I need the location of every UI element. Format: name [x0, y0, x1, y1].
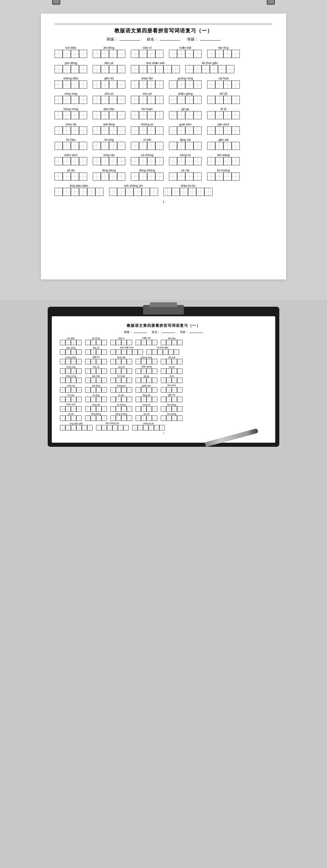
char-box-2-1-0[interactable]: [93, 80, 101, 89]
char-box-9-0-1[interactable]: [63, 188, 71, 196]
char-box-8-3-2[interactable]: [185, 172, 193, 181]
char-box-2-2-1[interactable]: [139, 80, 147, 89]
char-box-0-3-2[interactable]: [185, 50, 193, 58]
char-box-9-1-3[interactable]: [134, 188, 142, 196]
char-box-4-2-0[interactable]: [110, 378, 116, 383]
char-box-1-1-1[interactable]: [101, 65, 109, 73]
char-box-5-4-1[interactable]: [166, 387, 172, 393]
char-box-2-4-2[interactable]: [172, 359, 177, 364]
char-box-6-1-0[interactable]: [93, 142, 101, 150]
char-box-8-1-1[interactable]: [91, 415, 96, 421]
char-box-0-0-2[interactable]: [71, 50, 79, 58]
char-box-9-0-3[interactable]: [76, 425, 82, 430]
char-box-4-1-0[interactable]: [85, 378, 91, 383]
char-box-4-1-1[interactable]: [91, 378, 96, 383]
char-box-8-3-1[interactable]: [141, 415, 146, 421]
char-box-6-1-3[interactable]: [102, 397, 107, 402]
char-box-6-0-3[interactable]: [76, 397, 82, 402]
char-box-6-0-2[interactable]: [71, 142, 79, 150]
char-box-5-4-2[interactable]: [172, 387, 177, 393]
char-box-5-1-0[interactable]: [85, 387, 91, 393]
char-box-4-0-2[interactable]: [71, 111, 79, 119]
char-box-3-2-3[interactable]: [127, 368, 132, 374]
char-box-9-0-0[interactable]: [54, 188, 63, 196]
char-box-3-0-3[interactable]: [76, 368, 82, 374]
char-box-1-0-2[interactable]: [71, 65, 79, 73]
char-box-5-3-0[interactable]: [169, 126, 177, 135]
char-box-5-3-2[interactable]: [146, 387, 152, 393]
char-box-4-2-2[interactable]: [147, 111, 155, 119]
char-box-1-3-3[interactable]: [210, 65, 218, 73]
char-box-1-3-4[interactable]: [218, 65, 226, 73]
char-box-0-1-3[interactable]: [117, 50, 125, 58]
char-box-7-3-3[interactable]: [152, 406, 157, 412]
char-box-7-3-1[interactable]: [141, 406, 146, 412]
char-box-6-1-2[interactable]: [109, 142, 117, 150]
char-box-1-2-0[interactable]: [110, 349, 116, 355]
char-box-4-0-0[interactable]: [54, 111, 63, 119]
char-box-3-2-3[interactable]: [155, 96, 164, 104]
char-box-0-0-3[interactable]: [79, 50, 87, 58]
char-box-9-0-3[interactable]: [79, 188, 87, 196]
char-box-0-4-2[interactable]: [172, 340, 177, 345]
char-box-7-1-1[interactable]: [91, 406, 96, 412]
char-box-7-0-1[interactable]: [63, 157, 71, 165]
char-box-6-3-3[interactable]: [193, 142, 202, 150]
char-box-7-4-2[interactable]: [223, 157, 232, 165]
char-box-3-2-1[interactable]: [139, 96, 147, 104]
char-box-5-0-3[interactable]: [76, 387, 82, 393]
char-box-4-0-0[interactable]: [60, 378, 65, 383]
char-box-8-2-3[interactable]: [155, 172, 164, 181]
char-box-0-0-3[interactable]: [76, 340, 82, 345]
char-box-5-0-1[interactable]: [65, 387, 71, 393]
char-box-8-0-2[interactable]: [71, 415, 76, 421]
char-box-8-0-3[interactable]: [79, 172, 87, 181]
char-box-0-3-0[interactable]: [169, 50, 177, 58]
char-box-8-3-0[interactable]: [136, 415, 141, 421]
char-box-0-2-1[interactable]: [116, 340, 121, 345]
char-box-1-3-1[interactable]: [152, 349, 157, 355]
char-box-5-3-3[interactable]: [152, 387, 157, 393]
char-box-0-1-3[interactable]: [102, 340, 107, 345]
char-box-8-0-1[interactable]: [65, 415, 71, 421]
char-box-0-0-0[interactable]: [54, 50, 63, 58]
char-box-8-1-2[interactable]: [109, 172, 117, 181]
char-box-2-3-3[interactable]: [193, 80, 202, 89]
char-box-0-3-0[interactable]: [136, 340, 141, 345]
char-box-6-4-3[interactable]: [177, 397, 183, 402]
char-box-1-1-2[interactable]: [109, 65, 117, 73]
char-box-6-0-0[interactable]: [60, 397, 65, 402]
char-box-6-4-1[interactable]: [166, 397, 172, 402]
char-box-8-1-0[interactable]: [93, 172, 101, 181]
char-box-4-4-2[interactable]: [172, 378, 177, 383]
char-box-2-1-1[interactable]: [91, 359, 96, 364]
char-box-4-4-3[interactable]: [232, 111, 240, 119]
char-box-8-4-3[interactable]: [232, 172, 240, 181]
char-box-2-3-3[interactable]: [152, 359, 157, 364]
char-box-0-2-0[interactable]: [110, 340, 116, 345]
char-box-2-1-3[interactable]: [102, 359, 107, 364]
char-box-5-1-1[interactable]: [91, 387, 96, 393]
char-box-1-2-0[interactable]: [131, 65, 139, 73]
char-box-1-3-5[interactable]: [226, 65, 234, 73]
char-box-2-1-3[interactable]: [117, 80, 125, 89]
char-box-7-3-0[interactable]: [136, 406, 141, 412]
char-box-4-2-1[interactable]: [139, 111, 147, 119]
char-box-8-2-3[interactable]: [127, 415, 132, 421]
char-box-7-3-3[interactable]: [193, 157, 202, 165]
char-box-6-2-3[interactable]: [127, 397, 132, 402]
char-box-4-1-3[interactable]: [102, 378, 107, 383]
char-box-6-0-2[interactable]: [71, 397, 76, 402]
char-box-2-4-2[interactable]: [223, 80, 232, 89]
char-box-4-1-1[interactable]: [101, 111, 109, 119]
char-box-5-0-2[interactable]: [71, 126, 79, 135]
char-box-9-2-0[interactable]: [132, 425, 138, 430]
char-box-6-3-2[interactable]: [146, 397, 152, 402]
char-box-0-4-3[interactable]: [232, 50, 240, 58]
char-box-4-4-0[interactable]: [161, 378, 166, 383]
char-box-8-2-2[interactable]: [147, 172, 155, 181]
char-box-4-4-0[interactable]: [207, 111, 215, 119]
char-box-5-0-3[interactable]: [79, 126, 87, 135]
char-box-7-4-2[interactable]: [172, 406, 177, 412]
char-box-3-1-3[interactable]: [117, 96, 125, 104]
